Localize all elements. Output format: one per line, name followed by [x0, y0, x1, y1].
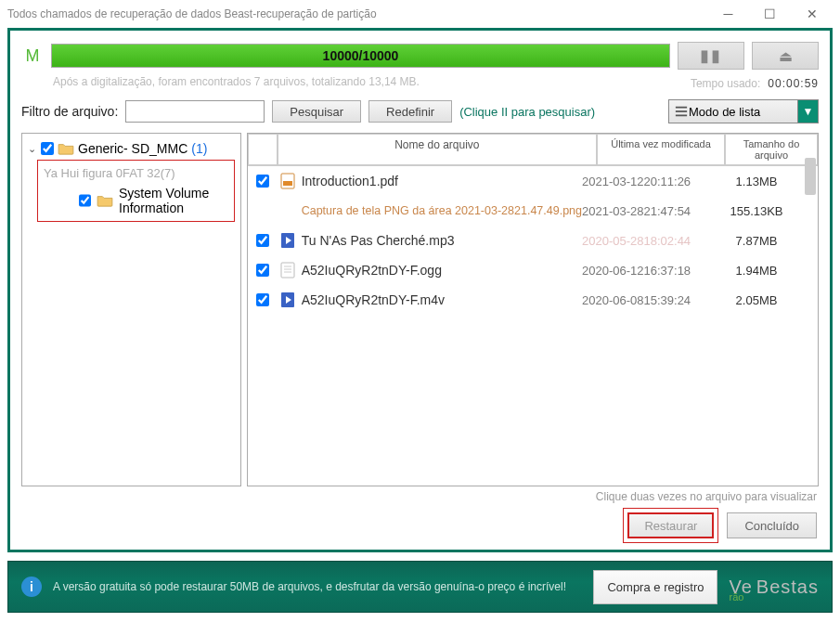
file-checkbox[interactable] [256, 264, 269, 277]
file-name: A52IuQRyR2tnDY-F.ogg [298, 263, 582, 278]
file-checkbox[interactable] [256, 293, 269, 306]
done-button[interactable]: Concluído [727, 512, 817, 538]
time-value: 00:00:59 [768, 77, 819, 90]
file-size: 155.13KB [710, 204, 803, 218]
file-name: Captura de tela PNG da área 2021-03-2821… [298, 204, 582, 217]
logo-part2: Bestas [756, 577, 819, 598]
file-list: Nome do arquivo Última vez modificada Ta… [247, 133, 819, 486]
view-mode-dropdown-arrow[interactable]: ▼ [798, 99, 819, 123]
progress-row: M 10000/10000 ▮▮ ⏏ [21, 42, 819, 70]
svg-rect-1 [676, 110, 687, 112]
close-button[interactable]: ✕ [791, 0, 833, 28]
file-row[interactable]: Introduction1.pdf2021-03-1220:11:261.13M… [248, 166, 818, 196]
file-row[interactable]: Tu N'As Pas Cherché.mp32020-05-2818:02:4… [248, 226, 818, 255]
tree-subfolder-label: System Volume Information [119, 186, 234, 215]
file-modified: 2020-05-2818:02:44 [582, 234, 710, 248]
view-mode-select[interactable]: Modo de lista [668, 99, 798, 123]
preview-hint: Clique duas vezes no arquivo para visual… [21, 486, 819, 503]
file-checkbox-cell [248, 234, 278, 247]
file-checkbox-cell [248, 264, 278, 277]
svg-rect-0 [676, 107, 687, 109]
time-label: Tempo usado: [691, 77, 760, 90]
folder-open-icon [97, 194, 113, 207]
pause-button[interactable]: ▮▮ [678, 42, 744, 70]
progress-bar: 10000/10000 [51, 44, 670, 68]
filter-label: Filtro de arquivo: [21, 104, 118, 119]
file-row[interactable]: A52IuQRyR2tnDY-F.m4v2020-06-0815:39:242.… [248, 285, 818, 315]
col-size[interactable]: Tamanho do arquivo [725, 134, 818, 165]
time-row: Tempo usado: 00:00:59 [21, 77, 819, 90]
tree-root-count: (1) [191, 141, 207, 156]
file-type-icon [278, 292, 298, 308]
buy-register-button[interactable]: Compra e registro [593, 570, 717, 604]
reset-button[interactable]: Redefinir [368, 100, 452, 123]
file-checkbox-cell [248, 175, 278, 188]
action-row: Restaurar Concluído [21, 503, 819, 538]
tree-root-label: Generic- SD_MMC [78, 141, 187, 156]
stop-button[interactable]: ⏏ [752, 42, 819, 70]
pause-icon: ▮▮ [700, 45, 722, 66]
footer-message: A versão gratuita só pode restaurar 50MB… [53, 580, 582, 593]
file-name: Tu N'As Pas Cherché.mp3 [298, 233, 582, 248]
file-modified: 2021-03-2821:47:54 [582, 204, 710, 218]
folder-open-icon [58, 142, 74, 155]
brand-logo: Ve rão Bestas [729, 577, 819, 598]
footer-bar: i A versão gratuita só pode restaurar 50… [7, 561, 833, 613]
list-body[interactable]: Introduction1.pdf2021-03-1220:11:261.13M… [248, 166, 818, 486]
col-modified[interactable]: Última vez modificada [597, 134, 725, 165]
list-header: Nome do arquivo Última vez modificada Ta… [248, 134, 818, 166]
svg-rect-4 [283, 181, 292, 186]
file-name: A52IuQRyR2tnDY-F.m4v [298, 292, 582, 307]
svg-rect-7 [281, 263, 294, 278]
file-size: 1.13MB [710, 175, 803, 188]
file-size: 2.05MB [710, 293, 803, 307]
file-checkbox-cell [248, 293, 278, 306]
filter-row: Filtro de arquivo: Pesquisar Redefinir (… [21, 99, 819, 123]
file-type-icon [278, 173, 298, 189]
minimize-button[interactable]: ─ [707, 0, 749, 28]
file-size: 7.87MB [710, 234, 803, 248]
chevron-down-icon[interactable]: ⌄ [26, 143, 37, 155]
restore-button[interactable]: Restaurar [627, 512, 714, 538]
drive-letter: M [21, 46, 44, 66]
tree-partition-label[interactable]: Ya Hui figura 0FAT 32(7) [38, 162, 234, 184]
file-size: 1.94MB [710, 264, 803, 278]
view-mode-label: Modo de lista [689, 105, 760, 119]
filter-input[interactable] [125, 100, 265, 123]
window-title: Todos chamados de recuperação de dados B… [7, 7, 707, 20]
info-icon: i [21, 577, 42, 597]
file-type-icon [278, 232, 298, 249]
file-type-icon [278, 262, 298, 279]
file-checkbox[interactable] [256, 175, 269, 188]
col-checkbox[interactable] [248, 134, 278, 165]
file-checkbox[interactable] [256, 234, 269, 247]
file-row[interactable]: A52IuQRyR2tnDY-F.ogg2020-06-1216:37:181.… [248, 255, 818, 285]
file-modified: 2020-06-0815:39:24 [582, 293, 710, 307]
title-bar: Todos chamados de recuperação de dados B… [0, 0, 840, 28]
svg-rect-2 [676, 115, 687, 117]
file-row[interactable]: Captura de tela PNG da área 2021-03-2821… [248, 196, 818, 226]
progress-text: 10000/10000 [52, 45, 669, 67]
file-name: Introduction1.pdf [298, 174, 582, 188]
tree-subfolder-checkbox[interactable] [79, 194, 91, 207]
logo-part1: Ve rão [729, 577, 752, 598]
file-modified: 2021-03-1220:11:26 [582, 175, 710, 188]
file-modified: 2020-06-1216:37:18 [582, 264, 710, 278]
folder-tree[interactable]: ⌄ Generic- SD_MMC (1) Ya Hui figura 0FAT… [21, 133, 241, 486]
list-icon [675, 105, 688, 118]
tree-root-checkbox[interactable] [41, 142, 54, 155]
main-frame: M 10000/10000 ▮▮ ⏏ Após a digitalização,… [7, 28, 833, 552]
tree-root[interactable]: ⌄ Generic- SD_MMC (1) [24, 139, 239, 158]
tree-highlight-box: Ya Hui figura 0FAT 32(7) System Volume I… [37, 160, 235, 222]
magnet-icon: ⏏ [779, 47, 793, 65]
search-button[interactable]: Pesquisar [272, 100, 361, 123]
filter-tip: (Clique II para pesquisar) [459, 105, 595, 119]
scrollbar-thumb[interactable] [805, 158, 816, 195]
col-name[interactable]: Nome do arquivo [278, 134, 597, 165]
tree-subfolder[interactable]: System Volume Information [38, 184, 234, 217]
maximize-button[interactable]: ☐ [749, 0, 791, 28]
